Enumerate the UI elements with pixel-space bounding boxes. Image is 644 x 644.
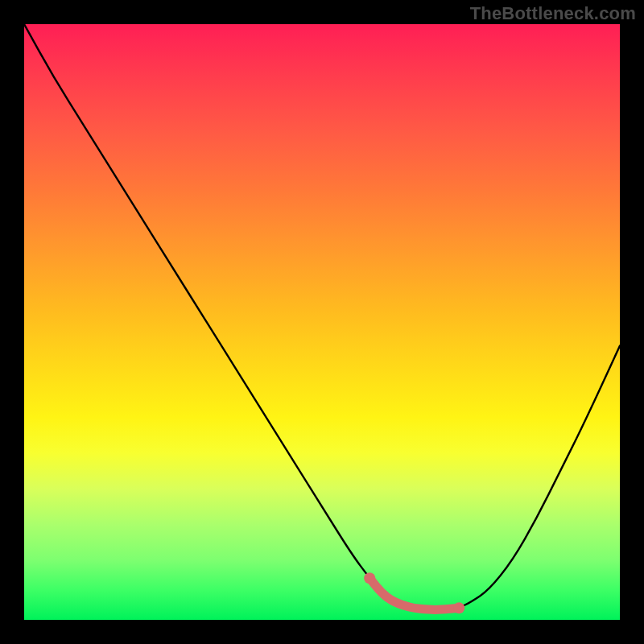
optimal-band-dot-left <box>364 572 375 584</box>
optimal-band-highlight <box>369 578 459 609</box>
optimal-band-dot-right <box>453 602 464 613</box>
plot-area <box>24 24 620 620</box>
bottleneck-curve <box>24 24 620 609</box>
chart-overlay <box>24 24 620 620</box>
watermark-text: TheBottleneck.com <box>470 3 636 24</box>
chart-container: TheBottleneck.com <box>0 0 644 644</box>
